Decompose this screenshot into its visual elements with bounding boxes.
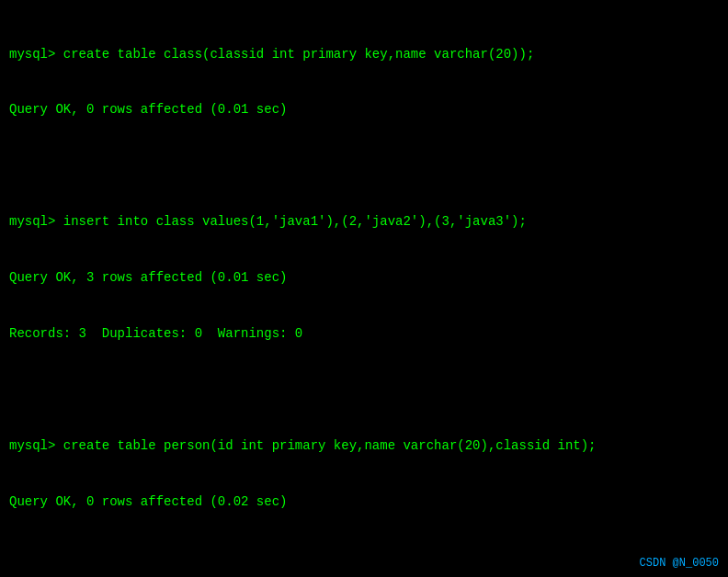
blank-2 <box>9 380 719 399</box>
result-insert-class: Query OK, 3 rows affected (0.01 sec) <box>9 268 719 287</box>
cmd-create-person: mysql> create table person(id int primar… <box>9 436 719 455</box>
watermark: CSDN @N_0050 <box>640 557 719 570</box>
blank-3 <box>9 549 719 567</box>
result-insert-class-2: Records: 3 Duplicates: 0 Warnings: 0 <box>9 324 719 343</box>
cmd-create-class: mysql> create table class(classid int pr… <box>9 45 719 63</box>
result-create-person: Query OK, 0 rows affected (0.02 sec) <box>9 492 719 511</box>
blank-1 <box>9 156 719 175</box>
result-create-class: Query OK, 0 rows affected (0.01 sec) <box>9 100 719 119</box>
cmd-insert-class: mysql> insert into class values(1,'java1… <box>9 212 719 231</box>
terminal: mysql> create table class(classid int pr… <box>9 7 719 577</box>
